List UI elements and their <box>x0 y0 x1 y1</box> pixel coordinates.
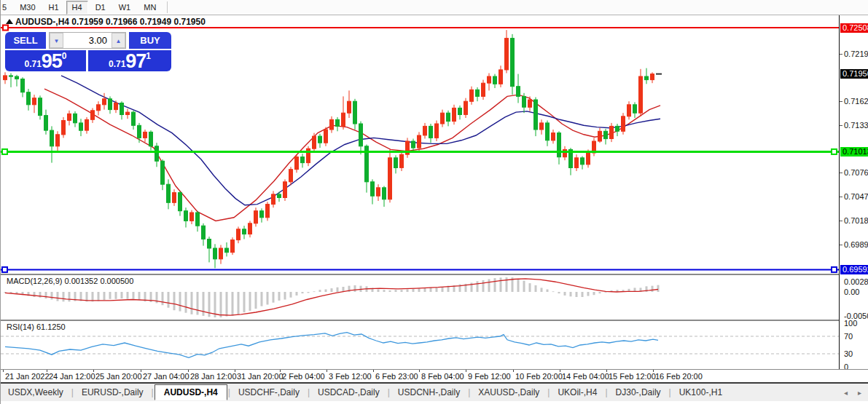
volume-spinner: ▼ 3.00 ▲ <box>49 32 126 49</box>
scale-tick-mark <box>840 197 842 197</box>
chart-tab-eurusd-daily[interactable]: EURUSD-,Daily <box>74 384 151 400</box>
candle <box>394 155 398 173</box>
time-label: 15 Feb 12:00 <box>609 372 656 381</box>
scale-tick-label: 0.71620 <box>844 97 868 106</box>
macd-indicator-label: MACD(12,26,9) 0.001352 0.000500 <box>7 277 133 285</box>
timeframe-m30-button[interactable]: M30 <box>14 1 41 15</box>
candle <box>91 108 95 123</box>
macd-histogram-bar <box>605 292 607 293</box>
rsi-scale-70: 70 <box>844 332 853 341</box>
price-scale[interactable]: 0.721950.716200.713350.707600.704700.701… <box>840 15 868 381</box>
lower-line-handle[interactable] <box>832 267 837 272</box>
resistance-line-handle[interactable] <box>3 25 8 31</box>
lower-line-handle[interactable] <box>2 267 7 272</box>
chart-tab-usdcnh-daily[interactable]: USDCNH-,Daily <box>391 384 467 400</box>
timeframe-m5-button[interactable]: 5 <box>0 1 12 15</box>
candle <box>44 110 48 135</box>
macd-histogram-bar <box>238 292 240 314</box>
macd-histogram-bar <box>197 292 199 315</box>
candle <box>266 202 270 221</box>
macd-histogram-bar <box>278 292 281 301</box>
scale-tick-label: 0.70760 <box>844 168 868 177</box>
macd-pane-divider[interactable] <box>1 274 868 276</box>
timeframe-d1-button[interactable]: D1 <box>90 1 112 15</box>
time-axis[interactable]: 21 Jan 202224 Jan 12:0025 Jan 20:0027 Ja… <box>1 369 868 382</box>
volume-increase-button[interactable]: ▲ <box>112 33 125 48</box>
time-label: 3 Feb 12:00 <box>329 372 372 381</box>
candle <box>418 132 421 151</box>
candle <box>21 77 25 97</box>
time-label: 6 Feb 23:00 <box>375 372 418 381</box>
chart-tab-usdx-weekly[interactable]: USDX,Weekly <box>1 384 71 400</box>
volume-decrease-button[interactable]: ▼ <box>50 33 63 48</box>
candle <box>272 191 275 207</box>
macd-histogram-bar <box>657 285 660 292</box>
macd-histogram-bar <box>51 292 53 300</box>
volume-field[interactable]: 3.00 <box>63 33 112 48</box>
macd-histogram-bar <box>302 292 304 293</box>
candle <box>284 179 287 201</box>
sell-price-sup: 0 <box>62 50 67 61</box>
macd-histogram-bar <box>523 281 525 292</box>
candle <box>423 123 427 139</box>
scale-tick-label: 0.70185 <box>844 216 868 225</box>
candle <box>353 99 357 130</box>
support-line-handle[interactable] <box>2 149 7 154</box>
buy-button[interactable]: BUY <box>129 32 171 49</box>
support-line-handle[interactable] <box>832 149 837 154</box>
chart-tab-usdcad-daily[interactable]: USDCAD-,Daily <box>310 384 387 400</box>
timeframe-mn-button[interactable]: MN <box>138 1 162 15</box>
macd-histogram-bar <box>325 290 327 293</box>
time-label: 14 Feb 04:00 <box>562 372 609 381</box>
macd-histogram-bar <box>383 290 386 292</box>
rsi-indicator-label: RSI(14) 61.1250 <box>7 322 66 331</box>
macd-histogram-bar <box>138 292 141 300</box>
macd-histogram-bar <box>418 288 421 292</box>
chart-tab-ukoil-h4[interactable]: UKOil-,H4 <box>550 384 604 400</box>
time-tick <box>93 370 94 372</box>
sell-button[interactable]: SELL <box>5 32 46 49</box>
rsi-pane-canvas[interactable] <box>1 321 839 368</box>
sell-price-panel[interactable]: 0.71950 <box>5 50 86 71</box>
candle <box>260 208 264 222</box>
tabs-scroll-left-icon[interactable]: ◂ <box>844 389 848 397</box>
buy-price-big: 97 <box>125 52 146 71</box>
time-tick <box>3 370 4 372</box>
candle <box>488 74 491 91</box>
candle <box>15 75 19 87</box>
tabs-scroll-right-icon[interactable]: ▸ <box>858 389 861 397</box>
candle <box>464 98 468 118</box>
chart-tab-usdchf-daily[interactable]: USDCHF-,Daily <box>231 384 307 400</box>
candle <box>85 117 89 134</box>
candle <box>505 30 509 73</box>
scale-tick-label: 0.72195 <box>844 49 868 58</box>
macd-histogram-bar <box>529 283 531 292</box>
toolbar-separator <box>167 1 168 13</box>
chart-tab-uk100-h1[interactable]: UK100-,H1 <box>672 384 730 400</box>
candle <box>249 221 252 237</box>
macd-histogram-bar <box>535 285 537 292</box>
candle <box>324 127 328 146</box>
chart-tab-dj30-daily[interactable]: DJ30-,Daily <box>609 384 668 400</box>
macd-histogram-bar <box>389 290 391 292</box>
timeframe-h1-button[interactable]: H1 <box>43 1 65 15</box>
candle <box>482 80 485 100</box>
chart-tab-audusd-h4[interactable]: AUDUSD-,H4 <box>155 384 227 400</box>
candle <box>651 72 654 83</box>
timeframe-toolbar: 5 M30 H1 H4 D1 W1 MN <box>1 0 868 15</box>
macd-histogram-bar <box>652 286 654 292</box>
chart-region[interactable]: AUDUSD-,H4 0.71959 0.71966 0.71949 0.719… <box>1 15 868 381</box>
timeframe-w1-button[interactable]: W1 <box>113 1 137 15</box>
macd-histogram-bar <box>319 290 321 292</box>
timeframe-h4-button[interactable]: H4 <box>66 1 88 15</box>
candle <box>120 101 124 119</box>
buy-price-panel[interactable]: 0.71971 <box>88 50 171 71</box>
time-label: 28 Jan 12:00 <box>190 372 237 381</box>
rsi-pane-divider[interactable] <box>1 320 868 322</box>
candle <box>610 123 614 142</box>
macd-scale-top: 0.002841 <box>844 277 868 286</box>
candle <box>581 157 584 170</box>
macd-histogram-bar <box>255 292 257 309</box>
chart-tab-xauusd-daily[interactable]: XAUUSD-,Daily <box>471 384 547 400</box>
macd-histogram-bar <box>133 292 135 299</box>
